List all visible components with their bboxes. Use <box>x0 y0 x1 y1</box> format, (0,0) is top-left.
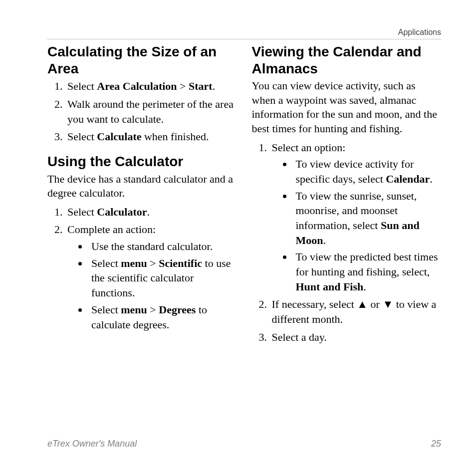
list-item: Select Calculate when finished. <box>65 129 237 144</box>
list-item: Select Calculator. <box>65 205 237 220</box>
calculator-intro: The device has a standard calculator and… <box>47 172 237 201</box>
list-item: Select menu > Degrees to calculate degre… <box>88 302 237 332</box>
list-item: To view the sunrise, sunset, moonrise, a… <box>293 189 442 248</box>
list-item: To view device activity for specific day… <box>293 157 442 186</box>
list-item: Complete an action: Use the standard cal… <box>65 222 237 332</box>
calendar-options: To view device activity for specific day… <box>272 157 442 294</box>
heading-area-size: Calculating the Size of an Area <box>47 43 237 77</box>
up-arrow-icon: ▲ <box>357 298 368 310</box>
section-header: Applications <box>47 28 441 37</box>
right-column: Viewing the Calendar and Almanacs You ca… <box>252 43 442 350</box>
heading-calendar-almanacs: Viewing the Calendar and Almanacs <box>252 43 442 77</box>
area-steps: Select Area Calculation > Start. Walk ar… <box>47 79 237 144</box>
page-number: 25 <box>431 439 441 449</box>
heading-calculator: Using the Calculator <box>47 153 237 170</box>
list-item: Walk around the perimeter of the area yo… <box>65 97 237 126</box>
list-item: Select an option: To view device activit… <box>270 140 442 294</box>
header-rule <box>47 39 441 39</box>
calculator-steps: Select Calculator. Complete an action: U… <box>47 205 237 332</box>
list-item: Select Area Calculation > Start. <box>65 79 237 94</box>
list-item: If necessary, select ▲ or ▼ to view a di… <box>270 297 442 326</box>
calculator-options: Use the standard calculator. Select menu… <box>67 239 237 332</box>
list-item: To view the predicted best times for hun… <box>293 249 442 294</box>
down-arrow-icon: ▼ <box>382 298 393 310</box>
content-columns: Calculating the Size of an Area Select A… <box>47 43 441 350</box>
manual-title: eTrex Owner's Manual <box>47 439 137 449</box>
left-column: Calculating the Size of an Area Select A… <box>47 43 237 350</box>
manual-page: Applications Calculating the Size of an … <box>0 0 476 476</box>
calendar-steps: Select an option: To view device activit… <box>252 140 442 345</box>
calendar-intro: You can view device activity, such as wh… <box>252 79 442 136</box>
list-item: Select menu > Scientific to use the scie… <box>88 256 237 300</box>
page-footer: eTrex Owner's Manual 25 <box>47 439 441 449</box>
list-item: Select a day. <box>270 330 442 345</box>
list-item: Use the standard calculator. <box>88 239 237 254</box>
